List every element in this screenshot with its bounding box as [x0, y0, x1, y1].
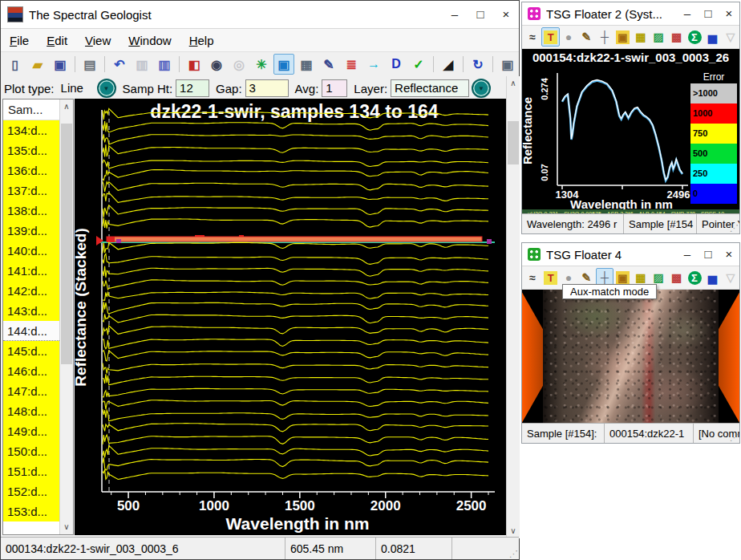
zoom-document-icon[interactable]: ◉ — [206, 54, 227, 75]
aux-match-icon[interactable]: ┼ — [596, 27, 613, 47]
sample-item-136[interactable]: 136:d... — [3, 160, 59, 181]
annotate-ruler-icon[interactable]: ✎ — [318, 54, 339, 75]
sample-item-149[interactable]: 149:d... — [3, 421, 59, 441]
resize-grip[interactable]: ⋰ — [730, 223, 739, 233]
maximize-button[interactable]: □ — [468, 4, 493, 25]
resize-grip[interactable]: ⋰ — [730, 432, 739, 443]
resize-grip[interactable]: ⋰ — [509, 549, 518, 559]
grid-icon[interactable]: ▦ — [632, 27, 650, 47]
sample-item-148[interactable]: 148:d... — [3, 401, 59, 421]
save-icon[interactable]: ▣ — [50, 54, 71, 75]
main-title-bar[interactable]: The Spectral Geologist – □ × — [1, 1, 519, 29]
print-icon[interactable]: ▤ — [79, 54, 100, 75]
menu-edit[interactable]: Edit — [38, 34, 76, 47]
maximize-button[interactable]: □ — [698, 4, 719, 23]
core-image-panel[interactable]: Aux-match mode — [522, 290, 739, 425]
sample-item-146[interactable]: 146:d... — [3, 361, 59, 381]
sample-item-134[interactable]: 134:d... — [3, 120, 59, 140]
sigma-icon[interactable]: Σ — [686, 27, 703, 47]
screen-plot-icon[interactable]: ▣ — [273, 54, 294, 75]
sample-item-144[interactable]: 144:d... — [3, 321, 59, 341]
text-mode-icon[interactable]: T — [541, 27, 559, 47]
contrast-icon[interactable]: ◢ — [438, 54, 459, 75]
floater4-status-bar: Sample [#154]: 000154:dzk22-1 [No commer… — [522, 423, 739, 443]
floater2-plot[interactable]: 000154:dzk22-1-swir_003_0003_26 13042496… — [522, 49, 739, 209]
gap-input[interactable]: 3 — [245, 79, 289, 97]
sample-item-137[interactable]: 137:d... — [3, 181, 59, 201]
log-notes-icon[interactable]: ✎ — [577, 27, 595, 47]
histogram-icon[interactable]: ▅ — [703, 27, 721, 47]
new-document-icon[interactable]: ▯ — [5, 54, 26, 75]
sample-item-140[interactable]: 140:d... — [3, 241, 59, 261]
close-button[interactable]: × — [719, 4, 739, 23]
spectrum-icon[interactable]: ≈ — [524, 27, 541, 47]
layer-value[interactable]: Reflectance — [391, 79, 469, 97]
plot-scrollbar[interactable]: ∧ ∨ — [506, 76, 520, 538]
floater2-icon — [528, 7, 541, 20]
legend-entry: 750 — [690, 124, 737, 144]
close-button[interactable]: × — [719, 245, 739, 264]
close-button[interactable]: × — [493, 4, 519, 25]
refresh-icon[interactable]: ↻ — [468, 54, 488, 75]
spectrum-icon[interactable]: ≈ — [524, 268, 541, 287]
sigma-icon[interactable]: Σ — [686, 268, 703, 287]
import-dataset-icon[interactable]: ◧ — [184, 54, 204, 75]
layers-icon[interactable]: ≣ — [341, 54, 362, 75]
scatter-map-icon[interactable]: ▩ — [667, 27, 685, 47]
sample-list-scrollbar[interactable]: ∧ ∨ — [59, 99, 73, 534]
sample-item-150[interactable]: 150:d... — [3, 441, 59, 461]
sample-item-142[interactable]: 142:d... — [3, 281, 59, 301]
stacked-spectra-plot[interactable]: 5001000150020002500dzk22-1-swir, samples… — [75, 99, 507, 535]
plot-type-label: Plot type: — [4, 82, 55, 95]
legend-entry: >1000 — [690, 83, 737, 103]
sample-item-151[interactable]: 151:d... — [3, 461, 59, 481]
scroll-up-icon[interactable]: ∧ — [60, 99, 73, 114]
sample-item-153[interactable]: 153:d... — [3, 501, 59, 521]
sample-item-145[interactable]: 145:d... — [3, 341, 59, 361]
check-icon[interactable]: ✓ — [408, 54, 429, 75]
layer-dropdown[interactable]: ▼ — [472, 79, 491, 98]
menu-file[interactable]: File — [1, 34, 38, 47]
sample-item-152[interactable]: 152:d... — [3, 481, 59, 501]
sample-item-139[interactable]: 139:d... — [3, 221, 59, 241]
samp-ht-input[interactable]: 12 — [176, 79, 209, 97]
mask-icon[interactable]: ● — [560, 27, 577, 47]
scatter-map-icon[interactable]: ▩ — [667, 268, 685, 287]
maximize-button[interactable]: □ — [698, 245, 719, 264]
menu-window[interactable]: Window — [119, 34, 180, 47]
plot-scroll-thumb[interactable] — [508, 121, 519, 164]
floater2-title-bar[interactable]: TSG Floater 2 (Syst... – □ × — [522, 2, 739, 26]
floater4-title-bar[interactable]: TSG Floater 4 – □ × — [522, 243, 739, 266]
image-map-icon[interactable]: ▨ — [650, 27, 667, 47]
minimize-button[interactable]: – — [677, 4, 698, 23]
text-mode-icon[interactable]: T — [541, 268, 559, 287]
minimize-button[interactable]: – — [677, 245, 698, 264]
menu-help[interactable]: Help — [180, 34, 223, 47]
histogram-icon[interactable]: ▅ — [703, 268, 721, 287]
avg-input[interactable]: 1 — [322, 79, 347, 97]
sample-item-135[interactable]: 135:d... — [3, 140, 59, 160]
svg-text:0.07: 0.07 — [540, 164, 549, 181]
sample-item-147[interactable]: 147:d... — [3, 381, 59, 401]
sample-item-138[interactable]: 138:d... — [3, 201, 59, 221]
scroll-up-icon[interactable]: ∧ — [507, 76, 520, 91]
duplicate-icon: ▥ — [132, 54, 152, 75]
camera-icon[interactable]: ▣ — [613, 27, 631, 47]
svg-text:1500: 1500 — [285, 498, 315, 513]
open-folder-icon[interactable]: ▰ — [27, 54, 48, 75]
copy-icon[interactable]: ▥ — [154, 54, 175, 75]
floater-window-icon[interactable]: ▣ — [497, 54, 518, 75]
domain-icon[interactable]: D — [386, 54, 407, 75]
plot-type-dropdown[interactable]: ▼ — [97, 79, 116, 98]
filmstrip-icon[interactable]: ▦ — [296, 54, 317, 75]
scroll-down-icon[interactable]: ∨ — [60, 520, 73, 534]
menu-view[interactable]: View — [76, 34, 119, 47]
sample-item-143[interactable]: 143:d... — [3, 301, 59, 321]
minimize-button[interactable]: – — [442, 4, 468, 25]
legend-entry: 500 — [690, 144, 737, 164]
arrow-right-icon[interactable]: → — [363, 54, 384, 75]
sample-item-141[interactable]: 141:d... — [3, 261, 59, 281]
palette-icon[interactable]: ✳ — [251, 54, 272, 75]
undo-icon[interactable]: ↶ — [109, 54, 130, 75]
sample-scroll-thumb[interactable] — [61, 124, 72, 364]
